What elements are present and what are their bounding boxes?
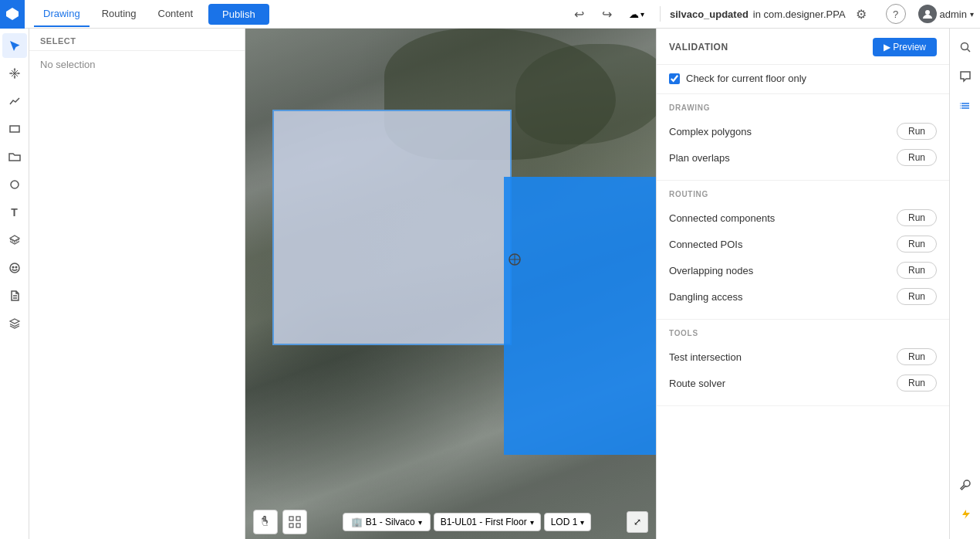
sidebar-icon-folder[interactable] bbox=[2, 144, 27, 169]
svg-point-3 bbox=[11, 181, 19, 188]
far-right-sidebar bbox=[949, 29, 980, 539]
map-background bbox=[245, 29, 656, 539]
tab-routing[interactable]: Routing bbox=[93, 2, 146, 27]
help-button[interactable]: ? bbox=[886, 4, 906, 24]
far-right-search-button[interactable] bbox=[953, 35, 978, 59]
selection-panel: SELECT No selection bbox=[29, 29, 245, 539]
no-selection-text: No selection bbox=[40, 59, 234, 70]
tab-drawing[interactable]: Drawing bbox=[34, 2, 90, 27]
building-chevron-icon: ▾ bbox=[418, 518, 422, 527]
far-right-tools-button[interactable] bbox=[953, 473, 978, 497]
lod-selector[interactable]: LOD 1 ▾ bbox=[544, 513, 592, 531]
floor-controls: 🏢 B1 - Silvaco ▾ B1-UL01 - First Floor ▾… bbox=[343, 513, 592, 531]
far-right-chat-button[interactable] bbox=[953, 64, 978, 89]
far-right-bottom-icons bbox=[953, 473, 978, 533]
svg-rect-17 bbox=[296, 524, 300, 527]
fullscreen-button[interactable]: ⤢ bbox=[627, 511, 648, 533]
connected-pois-run-button[interactable]: Run bbox=[897, 236, 937, 253]
tab-content[interactable]: Content bbox=[149, 2, 203, 27]
sidebar-icon-circle[interactable] bbox=[2, 172, 27, 197]
lod-chevron-icon: ▾ bbox=[580, 518, 584, 527]
svg-rect-2 bbox=[10, 126, 19, 132]
sidebar-icon-stack[interactable] bbox=[2, 311, 27, 336]
connected-components-label: Connected components bbox=[669, 212, 775, 224]
user-chevron-icon: ▾ bbox=[970, 10, 974, 19]
svg-marker-4 bbox=[10, 236, 19, 241]
sidebar-icon-document[interactable] bbox=[2, 283, 27, 308]
cloud-icon: ☁ bbox=[629, 8, 639, 20]
canvas-tools-left bbox=[253, 510, 307, 534]
project-path: in com.designer.PPA bbox=[753, 8, 846, 20]
floor-check-row: Check for current floor only bbox=[657, 65, 949, 94]
validation-row-complex-polygons: Complex polygons Run bbox=[669, 118, 937, 144]
hand-tool-button[interactable] bbox=[253, 510, 278, 534]
sidebar-icon-pan[interactable] bbox=[2, 61, 27, 86]
plan-overlaps-label: Plan overlaps bbox=[669, 152, 730, 164]
floor-check-checkbox[interactable] bbox=[669, 73, 680, 84]
sidebar-icon-rectangle[interactable] bbox=[2, 117, 27, 141]
text-label-icon: T bbox=[11, 206, 18, 219]
user-menu[interactable]: admin ▾ bbox=[918, 5, 974, 23]
floor-level-chevron-icon: ▾ bbox=[530, 518, 534, 527]
panel-title: SELECT bbox=[40, 36, 234, 46]
svg-line-19 bbox=[967, 49, 970, 53]
test-intersection-run-button[interactable]: Run bbox=[897, 348, 937, 365]
left-sidebar: T bbox=[0, 29, 29, 539]
publish-button[interactable]: Publish bbox=[208, 4, 269, 25]
sidebar-icon-text[interactable]: T bbox=[2, 200, 27, 225]
route-solver-run-button[interactable]: Run bbox=[897, 375, 937, 392]
svg-point-5 bbox=[10, 263, 19, 273]
routing-section-label: ROUTING bbox=[669, 190, 937, 198]
svg-point-7 bbox=[15, 266, 17, 268]
validation-title: VALIDATION bbox=[669, 42, 728, 53]
complex-polygons-run-button[interactable]: Run bbox=[897, 123, 937, 140]
cloud-chevron-icon: ▾ bbox=[640, 10, 644, 19]
floor-level-selector[interactable]: B1-UL01 - First Floor ▾ bbox=[434, 513, 541, 531]
svg-point-18 bbox=[961, 43, 968, 50]
building-icon: 🏢 bbox=[351, 517, 363, 527]
panel-content: No selection bbox=[29, 51, 245, 539]
validation-row-plan-overlaps: Plan overlaps Run bbox=[669, 144, 937, 171]
project-info: silvaco_updated in com.designer.PPA bbox=[670, 8, 846, 20]
svg-rect-14 bbox=[289, 517, 293, 520]
validation-panel-header: VALIDATION ▶ Preview bbox=[657, 29, 949, 65]
redo-button[interactable]: ↪ bbox=[595, 2, 620, 26]
floor-level-label: B1-UL01 - First Floor bbox=[441, 517, 527, 527]
far-right-lightning-button[interactable] bbox=[953, 502, 978, 527]
svg-rect-15 bbox=[296, 517, 300, 520]
main-area: T SELECT No selection bbox=[0, 29, 980, 539]
canvas-area[interactable]: 🏢 B1 - Silvaco ▾ B1-UL01 - First Floor ▾… bbox=[245, 29, 656, 539]
building-selector[interactable]: 🏢 B1 - Silvaco ▾ bbox=[343, 513, 431, 531]
sidebar-icon-analytics[interactable] bbox=[2, 89, 27, 114]
panel-header: SELECT bbox=[29, 29, 245, 51]
connected-components-run-button[interactable]: Run bbox=[897, 209, 937, 226]
tools-section-label: TOOLS bbox=[669, 329, 937, 337]
plan-overlaps-run-button[interactable]: Run bbox=[897, 149, 937, 166]
svg-point-1 bbox=[925, 10, 930, 15]
svg-marker-0 bbox=[6, 8, 19, 20]
far-right-list-button[interactable] bbox=[953, 93, 978, 118]
cloud-button[interactable]: ☁ ▾ bbox=[623, 5, 651, 23]
drawing-section-label: DRAWING bbox=[669, 103, 937, 112]
validation-row-route-solver: Route solver Run bbox=[669, 370, 937, 396]
overlapping-nodes-label: Overlapping nodes bbox=[669, 265, 753, 276]
canvas-bottom-bar: 🏢 B1 - Silvaco ▾ B1-UL01 - First Floor ▾… bbox=[245, 505, 656, 539]
routing-section: ROUTING Connected components Run Connect… bbox=[657, 181, 949, 320]
project-name: silvaco_updated bbox=[670, 8, 749, 20]
settings-button[interactable]: ⚙ bbox=[849, 2, 874, 26]
sidebar-icon-select[interactable] bbox=[2, 33, 27, 58]
validation-row-test-intersection: Test intersection Run bbox=[669, 344, 937, 370]
overlapping-nodes-run-button[interactable]: Run bbox=[897, 262, 937, 279]
sidebar-icon-face[interactable] bbox=[2, 256, 27, 280]
drawing-section: DRAWING Complex polygons Run Plan overla… bbox=[657, 94, 949, 181]
undo-button[interactable]: ↩ bbox=[567, 2, 592, 26]
sidebar-icon-3d-layers[interactable] bbox=[2, 228, 27, 253]
dangling-access-run-button[interactable]: Run bbox=[897, 288, 937, 305]
svg-rect-16 bbox=[289, 524, 293, 527]
floor-check-label: Check for current floor only bbox=[686, 73, 806, 84]
snap-tool-button[interactable] bbox=[282, 510, 307, 534]
complex-polygons-label: Complex polygons bbox=[669, 126, 752, 137]
preview-button[interactable]: ▶ Preview bbox=[873, 38, 937, 56]
canvas-controls-right: ⤢ bbox=[627, 511, 648, 533]
validation-row-overlapping-nodes: Overlapping nodes Run bbox=[669, 257, 937, 283]
